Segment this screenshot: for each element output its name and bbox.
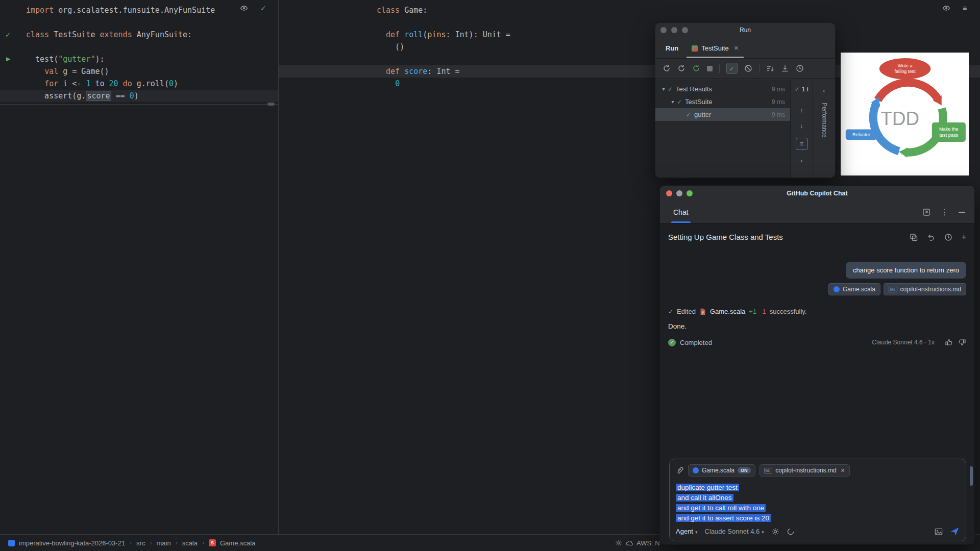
run-window-titlebar[interactable]: Run bbox=[655, 23, 835, 37]
session-title: Setting Up Game Class and Tests bbox=[668, 233, 783, 241]
context-on-badge[interactable]: ON bbox=[738, 467, 751, 473]
kebab-menu-icon[interactable]: ⋮ bbox=[941, 208, 948, 217]
editor-splitter-grip[interactable] bbox=[267, 103, 275, 106]
import-test-results-icon[interactable] bbox=[781, 64, 789, 72]
test-results-root-row[interactable]: ▾ ✓ Test Results 9 ms bbox=[655, 83, 790, 95]
tab-chat[interactable]: Chat bbox=[669, 201, 693, 223]
code-line[interactable]: import org.scalatest.funsuite.AnyFunSuit… bbox=[0, 4, 278, 16]
chevron-down-icon[interactable]: ▾ bbox=[659, 86, 668, 92]
reference-chip-game-scala[interactable]: Game.scala bbox=[828, 283, 880, 295]
chevron-down-icon[interactable]: ▾ bbox=[669, 99, 677, 105]
undo-icon[interactable] bbox=[927, 233, 935, 241]
inspection-menu-icon[interactable]: ≡ bbox=[963, 4, 967, 12]
run-tool-window[interactable]: Run Run TestSuite ✕ ✓ ▾ ✓ Test Results 9… bbox=[655, 22, 836, 178]
reader-mode-eye-icon[interactable] bbox=[240, 4, 248, 12]
new-chat-icon[interactable]: + bbox=[962, 233, 966, 241]
thumbs-down-icon[interactable] bbox=[958, 338, 966, 346]
zoom-window-button[interactable] bbox=[682, 27, 688, 33]
inspections-ok-icon[interactable]: ✓ bbox=[260, 4, 266, 12]
gutter-test-passed-icon[interactable]: ✓ bbox=[5, 31, 11, 39]
context-chip-copilot-instructions[interactable]: M↓ copilot-instructions.md ✕ bbox=[760, 464, 850, 477]
reader-mode-eye-icon[interactable] bbox=[942, 4, 950, 12]
open-in-editor-icon[interactable] bbox=[922, 208, 930, 216]
toolbar-separator bbox=[719, 64, 720, 73]
zoom-window-button[interactable] bbox=[687, 190, 693, 196]
hide-panel-icon[interactable] bbox=[959, 212, 965, 213]
history-clock-icon[interactable] bbox=[944, 233, 952, 241]
testsuite-row[interactable]: ▾ ✓ TestSuite 9 ms bbox=[655, 95, 790, 108]
test-node-label: gutter bbox=[694, 111, 711, 118]
chat-conversation[interactable]: Setting Up Game Class and Tests + change… bbox=[660, 223, 974, 544]
test-duration: 9 ms bbox=[772, 111, 785, 118]
code-line[interactable]: val g = Game() bbox=[0, 65, 278, 78]
remove-context-icon[interactable]: ✕ bbox=[841, 467, 845, 474]
code-line[interactable]: class Game: bbox=[279, 4, 980, 16]
code-line[interactable]: assert(g.score == 0) bbox=[0, 90, 278, 102]
code-line[interactable]: for i <- 1 to 20 do g.roll(0) bbox=[0, 78, 278, 90]
breadcrumb-main[interactable]: main bbox=[156, 539, 170, 547]
assistant-message: Done. bbox=[668, 322, 966, 330]
code-line[interactable]: () bbox=[279, 41, 980, 53]
code-line[interactable]: test("gutter"): bbox=[0, 53, 278, 65]
chat-input-box[interactable]: Game.scala ON M↓ copilot-instructions.md… bbox=[669, 459, 966, 541]
tab-testsuite[interactable]: TestSuite ✕ bbox=[687, 44, 744, 58]
send-button[interactable] bbox=[950, 527, 960, 536]
breadcrumb-project[interactable]: imperative-bowling-kata-2026-03-21 bbox=[19, 539, 125, 547]
sort-tests-icon[interactable] bbox=[766, 64, 774, 72]
markdown-icon: M↓ bbox=[764, 468, 773, 473]
mode-dropdown[interactable]: Agent▾ bbox=[676, 528, 698, 535]
previous-failed-test-icon[interactable]: ↑ bbox=[800, 106, 803, 114]
test-history-clock-icon[interactable] bbox=[796, 64, 804, 72]
gutter-run-test-icon[interactable]: ▶ bbox=[6, 56, 10, 62]
breadcrumb-separator: › bbox=[176, 539, 178, 546]
auto-retest-icon[interactable] bbox=[692, 64, 700, 72]
context-chip-game-scala[interactable]: Game.scala ON bbox=[688, 464, 755, 477]
tdd-green-label-line1: Make the bbox=[939, 127, 959, 132]
usage-progress-icon[interactable] bbox=[787, 528, 795, 536]
test-filter-icon[interactable]: ≡ bbox=[796, 138, 808, 150]
reference-chip-copilot-instructions[interactable]: M↓ copilot-instructions.md bbox=[884, 283, 966, 295]
next-failed-test-icon[interactable]: ↓ bbox=[800, 122, 803, 130]
code-line[interactable]: def roll(pins: Int): Unit = bbox=[279, 29, 980, 41]
tab-performance[interactable]: Performance bbox=[821, 103, 828, 138]
close-window-button[interactable] bbox=[660, 27, 667, 33]
attach-image-icon[interactable] bbox=[935, 528, 943, 536]
breadcrumb-scala[interactable]: scala bbox=[182, 539, 198, 547]
tools-icon[interactable] bbox=[771, 528, 779, 536]
code-line[interactable] bbox=[0, 16, 278, 29]
rerun-tests-icon[interactable] bbox=[663, 64, 671, 72]
code-line[interactable] bbox=[279, 16, 980, 29]
scrollbar-thumb[interactable] bbox=[970, 466, 973, 486]
minimize-window-button[interactable] bbox=[676, 190, 682, 196]
edited-file-name[interactable]: Game.scala bbox=[710, 308, 745, 315]
minimize-window-button[interactable] bbox=[671, 27, 677, 33]
run-pane-label: Run bbox=[666, 44, 678, 52]
attach-file-icon[interactable] bbox=[676, 466, 684, 474]
close-icon[interactable]: ✕ bbox=[734, 45, 739, 52]
aws-status-widget[interactable]: AWS: N bbox=[615, 539, 660, 547]
gutter-test-row[interactable]: ✓ gutter 9 ms bbox=[655, 108, 790, 121]
breadcrumb-src[interactable]: src bbox=[136, 539, 145, 547]
editor-left-testsuite[interactable]: import org.scalatest.funsuite.AnyFunSuit… bbox=[0, 4, 278, 102]
copilot-chat-window[interactable]: GitHub Copilot Chat Chat ⋮ Setting Up Ga… bbox=[659, 185, 975, 545]
editor-split-divider[interactable] bbox=[278, 0, 279, 534]
collapse-panel-icon[interactable]: ‹ bbox=[823, 87, 825, 94]
rerun-failed-tests-icon[interactable] bbox=[677, 64, 685, 72]
stop-icon[interactable] bbox=[707, 66, 713, 71]
conversations-icon[interactable] bbox=[910, 233, 918, 241]
chat-input-text[interactable]: duplicate gutter test and call it allOne… bbox=[676, 483, 960, 523]
breadcrumb-separator: › bbox=[150, 539, 152, 546]
project-icon bbox=[8, 540, 15, 546]
code-line[interactable]: class TestSuite extends AnyFunSuite: bbox=[0, 29, 278, 41]
breadcrumb[interactable]: imperative-bowling-kata-2026-03-21 › src… bbox=[0, 539, 255, 547]
chat-window-titlebar[interactable]: GitHub Copilot Chat bbox=[660, 186, 974, 201]
test-results-tree[interactable]: ▾ ✓ Test Results 9 ms ▾ ✓ TestSuite 9 ms… bbox=[655, 80, 790, 178]
code-line[interactable] bbox=[0, 41, 278, 53]
show-passed-toggle[interactable]: ✓ bbox=[726, 63, 738, 74]
breadcrumb-file[interactable]: Game.scala bbox=[220, 539, 255, 547]
show-ignored-icon[interactable] bbox=[744, 64, 752, 72]
close-window-button[interactable] bbox=[666, 190, 672, 196]
thumbs-up-icon[interactable] bbox=[945, 338, 953, 346]
model-dropdown[interactable]: Claude Sonnet 4.6▾ bbox=[705, 528, 764, 535]
chevron-right-icon[interactable]: › bbox=[800, 157, 802, 164]
